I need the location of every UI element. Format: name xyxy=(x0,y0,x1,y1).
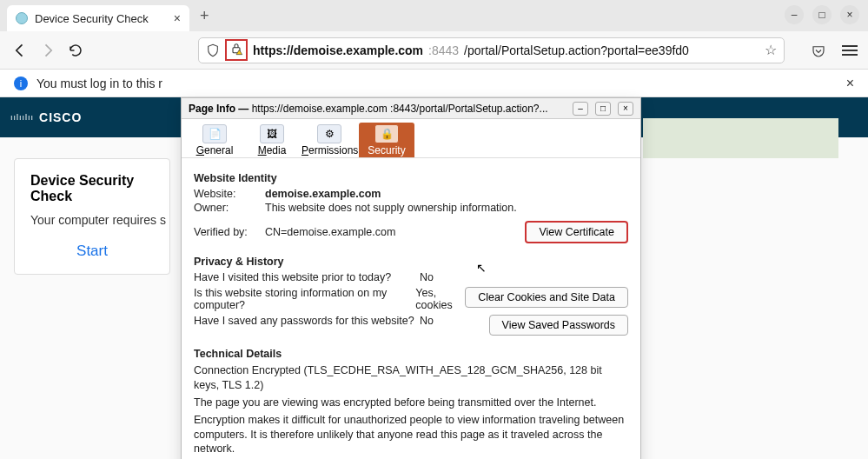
infobar-text: You must log in to this r xyxy=(36,76,162,90)
tech-line1: Connection Encrypted (TLS_ECDHE_RSA_WITH… xyxy=(194,363,628,393)
tech-line3: Encryption makes it difficult for unauth… xyxy=(194,413,628,457)
device-check-card: Device Security Check Your computer requ… xyxy=(14,158,170,275)
owner-value: This website does not supply ownership i… xyxy=(265,202,517,214)
tab-title: Device Security Check xyxy=(35,12,167,25)
reload-button[interactable] xyxy=(66,41,85,60)
start-button[interactable]: Start xyxy=(30,243,154,260)
background-strip xyxy=(643,118,838,158)
window-close-button[interactable]: × xyxy=(840,5,859,24)
a-visited: No xyxy=(420,271,470,283)
q-storing: Is this website storing information on m… xyxy=(194,287,415,311)
a-storing: Yes, cookies xyxy=(415,287,465,311)
url-bar[interactable]: https://demoise.example.com :8443 /porta… xyxy=(198,37,785,63)
lock-warning-icon[interactable] xyxy=(229,42,243,58)
page-info-dialog: Page Info — https://demoise.example.com … xyxy=(181,97,641,459)
bookmark-star-icon[interactable]: ☆ xyxy=(765,42,777,58)
login-notification-bar: i You must log in to this r × xyxy=(0,70,868,97)
new-tab-button[interactable]: + xyxy=(200,7,209,25)
dialog-minimize-button[interactable]: – xyxy=(573,102,588,116)
dialog-titlebar[interactable]: Page Info — https://demoise.example.com … xyxy=(182,98,640,119)
forward-button[interactable] xyxy=(38,41,57,60)
technical-details: Connection Encrypted (TLS_ECDHE_RSA_WITH… xyxy=(194,363,628,456)
browser-tab[interactable]: Device Security Check × xyxy=(7,5,189,31)
view-passwords-button[interactable]: View Saved Passwords xyxy=(489,315,628,336)
info-icon: i xyxy=(14,76,28,90)
app-menu-button[interactable] xyxy=(842,45,858,56)
privacy-heading: Privacy & History xyxy=(194,256,628,268)
q-passwords: Have I saved any passwords for this webs… xyxy=(194,315,420,327)
dialog-title-url: https://demoise.example.com :8443/portal… xyxy=(252,103,548,115)
url-host: https://demoise.example.com xyxy=(253,43,423,57)
window-maximize-button[interactable]: □ xyxy=(812,5,832,24)
a-passwords: No xyxy=(420,315,470,327)
url-port: :8443 xyxy=(428,43,459,57)
view-certificate-button[interactable]: View Certificate xyxy=(525,221,628,243)
browser-tab-strip: Device Security Check × + – □ × xyxy=(0,0,868,31)
url-path: /portal/PortalSetup.action?portal=ee39fd… xyxy=(464,43,689,57)
address-bar-row: https://demoise.example.com :8443 /porta… xyxy=(0,31,868,70)
svg-marker-1 xyxy=(236,50,242,54)
website-value: demoise.example.com xyxy=(265,188,381,200)
tab-permissions[interactable]: ⚙ Permissions xyxy=(301,123,357,157)
identity-heading: Website Identity xyxy=(194,172,628,184)
media-icon: 🖼 xyxy=(260,124,284,143)
tab-security[interactable]: 🔒 Security xyxy=(359,123,414,157)
tab-media[interactable]: 🖼 Media xyxy=(244,123,300,157)
permissions-icon: ⚙ xyxy=(317,124,341,143)
back-button[interactable] xyxy=(10,41,30,60)
verified-label: Verified by: xyxy=(194,226,265,238)
tracking-shield-icon[interactable] xyxy=(206,43,220,57)
verified-value: CN=demoise.example.com xyxy=(265,226,395,238)
tech-line2: The page you are viewing was encrypted b… xyxy=(194,396,628,410)
dialog-maximize-button[interactable]: □ xyxy=(595,102,611,116)
pocket-icon[interactable] xyxy=(811,43,825,57)
general-icon: 📄 xyxy=(202,124,227,143)
website-label: Website: xyxy=(194,188,265,200)
q-visited: Have I visited this website prior to tod… xyxy=(194,271,420,283)
tab-general[interactable]: 📄 General xyxy=(187,123,242,157)
card-subtitle: Your computer requires s xyxy=(30,213,154,227)
clear-cookies-button[interactable]: Clear Cookies and Site Data xyxy=(465,287,628,308)
tab-favicon xyxy=(16,12,28,24)
dialog-tabs: 📄 General 🖼 Media ⚙ Permissions 🔒 Securi… xyxy=(182,119,640,158)
owner-label: Owner: xyxy=(194,202,265,214)
cert-warning-highlight xyxy=(225,39,248,61)
dialog-title-prefix: Page Info — xyxy=(189,103,252,115)
mouse-cursor-icon: ↖ xyxy=(476,261,487,275)
infobar-close-icon[interactable]: × xyxy=(846,76,854,91)
technical-heading: Technical Details xyxy=(194,348,628,360)
security-lock-icon: 🔒 xyxy=(374,124,399,143)
dialog-close-button[interactable]: × xyxy=(618,102,633,116)
card-title: Device Security Check xyxy=(30,173,154,204)
brand-logo: CISCO xyxy=(39,110,82,124)
tab-close-icon[interactable]: × xyxy=(174,11,181,25)
window-minimize-button[interactable]: – xyxy=(785,5,804,24)
